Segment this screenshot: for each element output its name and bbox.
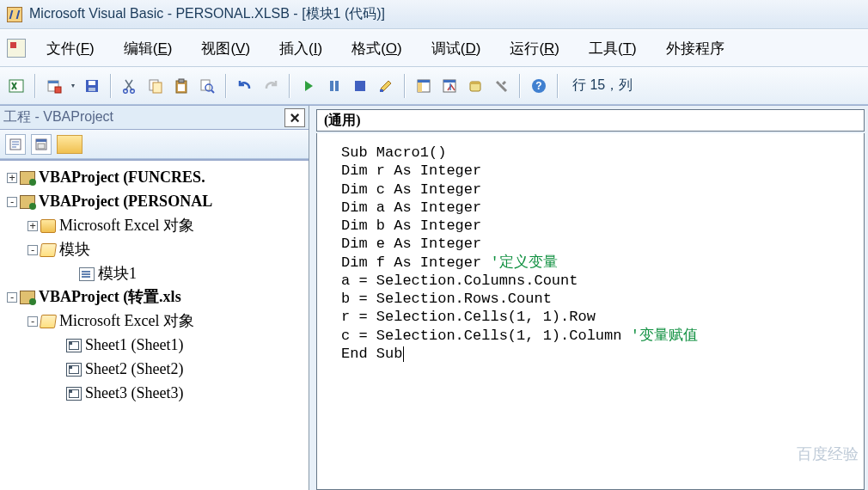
insert-item-button[interactable] <box>43 75 65 97</box>
close-pane-button[interactable]: × <box>284 108 305 127</box>
reset-button[interactable] <box>349 75 371 97</box>
run-sub-button[interactable] <box>297 75 320 97</box>
stop-icon <box>352 78 368 94</box>
view-code-button[interactable] <box>5 134 26 155</box>
collapse-icon[interactable]: - <box>28 245 38 255</box>
collapse-icon[interactable]: - <box>7 197 17 207</box>
code-line: c = Selection.Cells(1, 1).Column '变量赋值 <box>341 327 857 345</box>
collapse-icon[interactable]: - <box>7 292 17 303</box>
menu-addins[interactable]: 外接程序 <box>657 35 733 62</box>
properties-button[interactable] <box>438 75 461 97</box>
tree-sheet1[interactable]: Sheet1 (Sheet1) <box>0 334 309 358</box>
tree-excel-objects-2[interactable]: - Microsoft Excel 对象 <box>0 309 309 334</box>
tree-spacer <box>53 364 64 375</box>
tree-module1[interactable]: 模块1 <box>0 262 309 286</box>
tree-project-personal[interactable]: - VBAProject (PERSONAL <box>0 190 309 214</box>
code-line: Dim r As Integer <box>341 162 857 180</box>
toolbar-separator <box>110 74 112 98</box>
expand-icon[interactable]: + <box>7 173 17 183</box>
svg-rect-18 <box>355 81 365 91</box>
window-titlebar: Microsoft Visual Basic - PERSONAL.XLSB -… <box>0 0 868 29</box>
design-mode-button[interactable] <box>375 75 397 97</box>
insert-dropdown-icon[interactable]: ▼ <box>69 75 77 97</box>
paste-button[interactable] <box>170 75 193 97</box>
menu-run[interactable]: 运行(R) <box>501 35 568 62</box>
help-button[interactable]: ? <box>528 75 550 97</box>
help-icon: ? <box>531 78 547 94</box>
redo-button[interactable] <box>260 75 282 97</box>
undo-button[interactable] <box>234 75 256 97</box>
tree-sheet2[interactable]: Sheet2 (Sheet2) <box>0 358 309 382</box>
tree-project-funcres[interactable]: + VBAProject (FUNCRES. <box>0 166 309 190</box>
expand-icon[interactable]: + <box>28 221 38 231</box>
svg-rect-2 <box>48 81 58 83</box>
excel-icon <box>9 78 24 94</box>
toolbar-separator <box>519 74 521 98</box>
copy-button[interactable] <box>144 75 167 97</box>
watermark: 百度经验 <box>797 444 859 464</box>
toolbox-button[interactable] <box>490 75 512 97</box>
window-title: Microsoft Visual Basic - PERSONAL.XLSB -… <box>29 5 385 23</box>
code-line: End Sub <box>341 345 857 363</box>
toolbox-icon <box>493 78 509 94</box>
view-object-button[interactable] <box>31 134 52 155</box>
code-pane: (通用) Sub Macro1() Dim r As Integer Dim c… <box>309 106 868 490</box>
code-line: b = Selection.Rows.Count <box>341 290 857 308</box>
code-editor[interactable]: Sub Macro1() Dim r As Integer Dim c As I… <box>316 133 865 490</box>
svg-rect-17 <box>335 81 339 91</box>
tree-label: Microsoft Excel 对象 <box>59 214 194 238</box>
menu-view[interactable]: 视图(V) <box>193 35 259 62</box>
svg-rect-5 <box>89 81 95 85</box>
standard-toolbar: ▼ ? 行 <box>0 67 868 105</box>
save-icon <box>84 78 100 94</box>
code-comment: '变量赋值 <box>631 328 698 344</box>
system-menu-icon[interactable] <box>7 39 26 58</box>
collapse-icon[interactable]: - <box>28 316 38 327</box>
folder-icon <box>40 219 56 233</box>
svg-rect-0 <box>9 80 23 92</box>
copy-icon <box>148 78 163 94</box>
toolbar-separator <box>225 74 227 98</box>
svg-rect-26 <box>470 82 480 84</box>
folder-open-icon <box>40 243 57 257</box>
project-pane-header: 工程 - VBAProject × <box>0 106 309 130</box>
project-pane-toolbar <box>0 130 309 159</box>
menu-tools[interactable]: 工具(T) <box>580 35 645 62</box>
menu-edit[interactable]: 编辑(E) <box>115 35 181 62</box>
object-view-icon <box>35 138 47 150</box>
cut-button[interactable] <box>119 75 141 97</box>
break-button[interactable] <box>323 75 345 97</box>
menu-debug[interactable]: 调试(D) <box>423 35 490 62</box>
module-icon <box>79 267 95 281</box>
toolbar-separator <box>557 74 559 98</box>
project-tree[interactable]: + VBAProject (FUNCRES. - VBAProject (PER… <box>0 159 309 490</box>
menu-bar: 文件(F) 编辑(E) 视图(V) 插入(I) 格式(O) 调试(D) 运行(R… <box>0 29 868 67</box>
svg-rect-24 <box>443 80 455 83</box>
save-button[interactable] <box>81 75 103 97</box>
menu-file[interactable]: 文件(F) <box>38 35 103 62</box>
tree-modules-folder[interactable]: - 模块 <box>0 238 309 262</box>
object-browser-button[interactable] <box>464 75 486 97</box>
toggle-folders-button[interactable] <box>57 135 83 154</box>
menu-insert[interactable]: 插入(I) <box>271 35 331 62</box>
code-comment: '定义变量 <box>490 254 557 271</box>
svg-rect-13 <box>178 84 185 91</box>
toolbar-separator <box>404 74 406 98</box>
project-icon <box>20 171 35 185</box>
tree-spacer <box>53 340 64 351</box>
cursor-position: 行 15，列 <box>572 77 633 95</box>
menu-format[interactable]: 格式(O) <box>343 35 411 62</box>
view-excel-button[interactable] <box>5 75 28 97</box>
pause-icon <box>327 78 342 94</box>
tree-sheet3[interactable]: Sheet3 (Sheet3) <box>0 382 309 406</box>
object-dropdown[interactable]: (通用) <box>316 109 865 132</box>
project-explorer-button[interactable] <box>413 75 435 97</box>
tree-label: Sheet3 (Sheet3) <box>85 382 183 406</box>
tree-spacer <box>53 389 64 399</box>
project-window-icon <box>416 78 431 94</box>
tree-label: Microsoft Excel 对象 <box>59 309 194 334</box>
browser-icon <box>468 78 483 94</box>
tree-project-zhuanzhi[interactable]: - VBAProject (转置.xls <box>0 285 309 309</box>
tree-excel-objects[interactable]: + Microsoft Excel 对象 <box>0 214 309 238</box>
find-button[interactable] <box>196 75 218 97</box>
